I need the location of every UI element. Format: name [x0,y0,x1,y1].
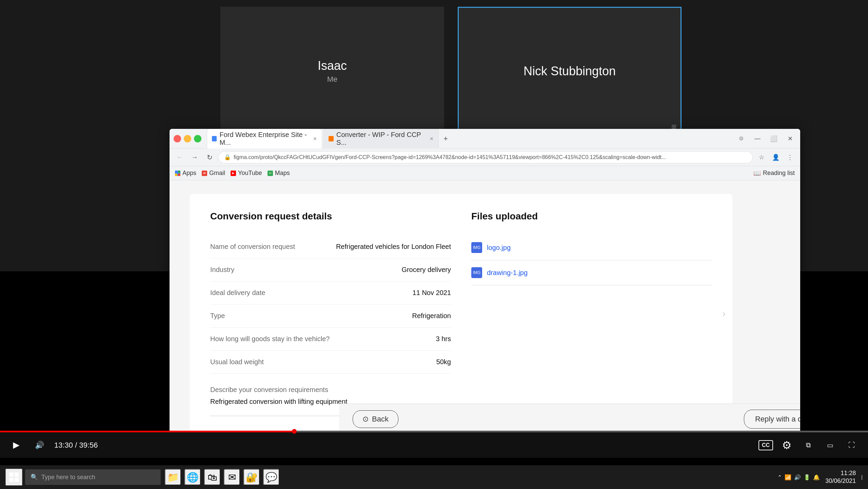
secure-icon: 🔒 [224,154,231,160]
play-pause-button[interactable]: ► [8,437,24,453]
participant-name-nick: Nick Stubbington [524,64,616,78]
detail-label: Name of conversion request [210,243,295,251]
url-bar[interactable]: 🔒 figma.com/proto/QkccFAGrCHtUCudGFIVgen… [218,151,753,163]
browser-titlebar: Ford Webex Enterprise Site - M... ✕ Conv… [170,129,800,149]
tray-sound-icon: 🔊 [794,474,801,481]
back-icon: ⊙ [362,415,369,424]
detail-value: 3 hrs [436,335,451,343]
action-right-buttons: Reply with a comment Accept and proceed … [744,410,800,429]
extensions-icon[interactable]: ⋮ [784,151,796,163]
window-minimize-btn[interactable]: — [751,133,764,145]
progress-fill [0,431,294,432]
progress-bar[interactable] [0,431,868,432]
maps-favicon: M [268,171,273,176]
window-restore-btn[interactable]: ⬜ [768,133,780,145]
bookmarks-bar: Apps M Gmail ▶ YouTube M Maps 📖 Reading … [170,166,800,180]
taskbar-chrome[interactable]: 🌐 [184,469,201,485]
taskbar-teams[interactable]: 💬 [263,469,279,485]
taskbar-store[interactable]: 🛍 [204,469,220,485]
taskbar-mail[interactable]: ✉ [224,469,240,485]
start-icon [9,472,19,482]
nav-refresh-button[interactable]: ↻ [203,151,216,163]
file-item: IMG logo.jpg [471,235,712,260]
bookmark-youtube-label: YouTube [238,170,262,177]
taskbar: 🔍 Type here to search 📁 🌐 🛍 ✉ 🔐 💬 ⌃ 📶 🔊 … [0,465,868,489]
video-controls: ► 🔊 13:30 / 39:56 CC ⚙ ⧉ ▭ ⛶ [0,431,868,458]
tab-ford-webex[interactable]: Ford Webex Enterprise Site - M... ✕ [207,129,322,149]
window-maximize-button[interactable] [194,135,201,142]
taskbar-security[interactable]: 🔐 [243,469,260,485]
detail-row: Industry Grocery delivery [210,258,451,281]
volume-button[interactable]: 🔊 [31,437,47,453]
bookmark-maps[interactable]: M Maps [268,170,290,177]
taskbar-search-bar[interactable]: 🔍 Type here to search [25,469,161,485]
youtube-favicon: ▶ [231,171,236,176]
detail-row: How long will goods stay in the vehicle?… [210,328,451,351]
taskbar-file-explorer[interactable]: 📁 [165,469,181,485]
controls-row: ► 🔊 13:30 / 39:56 CC ⚙ ⧉ ▭ ⛶ [0,432,868,458]
bookmark-star-icon[interactable]: ☆ [755,151,768,163]
detail-label: Type [210,312,225,320]
detail-value: Grocery delivery [401,266,451,274]
participant-tile-isaac: Isaac Me [220,7,444,136]
new-tab-button[interactable]: + [440,133,451,144]
section-title-details: Conversion request details [210,211,451,222]
cc-button[interactable]: CC [758,440,773,450]
page-next-arrow[interactable]: › [723,308,726,319]
show-desktop-button[interactable]: | [861,474,863,480]
tab2-close-icon[interactable]: ✕ [430,136,434,141]
reading-list[interactable]: 📖 Reading list [753,170,795,177]
tab-converter[interactable]: Converter - WIP - Ford CCP S... ✕ [323,129,439,149]
detail-value: Refrigeration [412,312,451,320]
participant-name-isaac: Isaac [318,59,347,73]
detail-value: 50kg [436,358,451,366]
nav-forward-button[interactable]: → [189,151,201,163]
tray-up-arrow[interactable]: ⌃ [777,474,782,481]
system-tray: ⌃ 📶 🔊 🔋 🔔 [777,474,820,481]
taskbar-search-placeholder: Type here to search [41,474,95,481]
tab1-close-icon[interactable]: ✕ [313,136,317,141]
file-name[interactable]: logo.jpg [487,244,511,252]
file-name[interactable]: drawing-1.jpg [487,269,528,277]
back-button[interactable]: ⊙ Back [353,410,398,428]
settings-button[interactable]: ⚙ [778,437,795,453]
clock-time: 11:28 [841,469,856,477]
start-button[interactable] [5,469,22,486]
window-minimize-button[interactable] [184,135,191,142]
fullscreen-button[interactable]: ⛶ [844,437,860,453]
page-content: Conversion request details Name of conve… [170,180,800,434]
detail-row: Ideal delivery date 11 Nov 2021 [210,281,451,305]
bookmark-apps[interactable]: Apps [175,170,196,177]
browser-action-bar: ⊙ Back Reply with a comment Accept and p… [339,404,800,434]
detail-row: Name of conversion request Refrigerated … [210,235,451,258]
toolbar-right-controls: ☆ 👤 ⋮ [755,151,796,163]
reply-button[interactable]: Reply with a comment [744,410,800,429]
description-label: Describe your conversion requirements [210,386,451,394]
tray-notification-icon[interactable]: 🔔 [813,474,820,481]
conversion-details-section: Conversion request details Name of conve… [210,211,451,416]
section-title-files: Files uploaded [471,211,712,222]
bookmark-gmail[interactable]: M Gmail [202,170,225,177]
theater-button[interactable]: ▭ [822,437,838,453]
window-settings-icon[interactable]: ⚙ [735,133,747,145]
nav-back-button[interactable]: ← [174,151,186,163]
reading-list-icon: 📖 [753,170,761,177]
conversion-page: Conversion request details Name of conve… [190,194,732,433]
detail-label: How long will goods stay in the vehicle? [210,335,330,343]
tray-wifi-icon: 📶 [785,474,791,481]
window-close-button[interactable] [174,135,181,142]
browser-tabs: Ford Webex Enterprise Site - M... ✕ Conv… [204,129,730,149]
pip-button[interactable]: ⧉ [800,437,816,453]
detail-row: Type Refrigeration [210,305,451,328]
taskbar-clock[interactable]: 11:28 30/06/2021 [825,469,856,485]
participant-sub-isaac: Me [327,75,338,84]
detail-value: 11 Nov 2021 [413,289,451,297]
back-label: Back [372,415,389,424]
tab2-favicon [329,136,334,141]
window-close-btn[interactable]: ✕ [784,133,796,145]
tab2-label: Converter - WIP - Ford CCP S... [336,131,427,146]
detail-value: Refrigerated vehicles for London Fleet [336,243,451,251]
detail-row: Usual load weight 50kg [210,351,451,374]
profile-icon[interactable]: 👤 [770,151,782,163]
bookmark-youtube[interactable]: ▶ YouTube [231,170,262,177]
